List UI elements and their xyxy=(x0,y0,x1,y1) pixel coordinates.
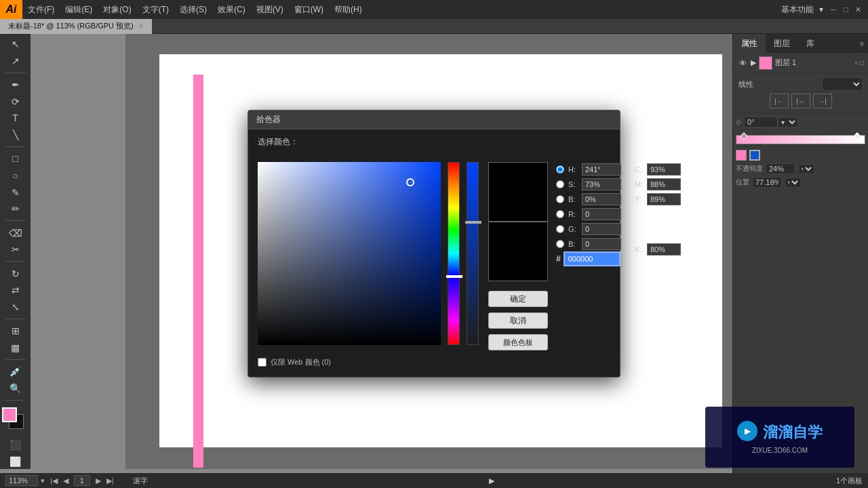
position-input[interactable] xyxy=(752,177,782,188)
g-radio[interactable] xyxy=(556,225,564,233)
rect-tool[interactable]: □ xyxy=(3,151,28,167)
selection-tool[interactable]: ↖ xyxy=(3,37,28,52)
angle-dropdown[interactable]: ▾ xyxy=(778,117,798,127)
tab-properties[interactable]: 属性 xyxy=(733,34,766,53)
warp-tool[interactable]: ⤡ xyxy=(3,299,28,314)
color-stop-swatch-1[interactable] xyxy=(736,150,747,161)
h-input[interactable] xyxy=(582,163,621,176)
menu-window[interactable]: 窗口(W) xyxy=(289,0,329,19)
minimize-button[interactable]: ─ xyxy=(829,5,838,14)
brush-tool[interactable]: ✎ xyxy=(3,184,28,200)
b2-radio[interactable] xyxy=(556,240,564,248)
menu-file[interactable]: 文件(F) xyxy=(22,0,60,19)
layer-visibility-icon[interactable]: 👁 xyxy=(737,58,748,68)
hex-label: # xyxy=(556,254,561,264)
align-center-btn[interactable]: |↔ xyxy=(791,94,810,108)
zoom-dropdown-icon[interactable]: ▾ xyxy=(41,476,45,485)
b2-input[interactable] xyxy=(582,238,621,250)
c-input[interactable] xyxy=(647,163,681,176)
r-radio[interactable] xyxy=(556,210,564,218)
menu-help[interactable]: 帮助(H) xyxy=(329,0,368,19)
direct-select-tool[interactable]: ↗ xyxy=(3,54,28,69)
gradient-strip[interactable] xyxy=(736,135,865,144)
close-button[interactable]: ✕ xyxy=(853,5,863,14)
curvature-tool[interactable]: ⟳ xyxy=(3,94,28,110)
menu-effect[interactable]: 效果(C) xyxy=(212,0,251,19)
y-row: Y: xyxy=(635,193,689,205)
layer-name[interactable]: 图层 1 xyxy=(775,58,854,68)
k-input[interactable] xyxy=(647,243,681,256)
color-stop-swatch-2[interactable] xyxy=(749,150,760,161)
m-row: M: xyxy=(635,178,689,190)
pen-tool[interactable]: ✒ xyxy=(3,77,28,93)
opacity-unit-dropdown[interactable]: ▾ xyxy=(798,164,814,174)
tab-layers[interactable]: 图层 xyxy=(766,34,798,53)
color-gradient-picker[interactable] xyxy=(258,162,441,345)
h-radio[interactable] xyxy=(556,165,564,174)
foreground-color-swatch[interactable] xyxy=(2,407,17,422)
align-left-btn[interactable]: |← xyxy=(770,94,789,108)
rotate-tool[interactable]: ↻ xyxy=(3,266,28,281)
menu-select[interactable]: 选择(S) xyxy=(174,0,212,19)
r-input[interactable] xyxy=(582,208,621,220)
menu-view[interactable]: 视图(V) xyxy=(251,0,289,19)
menu-edit[interactable]: 编辑(E) xyxy=(60,0,98,19)
zoom-input[interactable] xyxy=(5,475,38,486)
nav-next[interactable]: ▶ xyxy=(96,476,101,485)
play-icon[interactable]: ▶ xyxy=(489,476,494,485)
nav-last[interactable]: ▶| xyxy=(106,476,114,485)
pencil-tool[interactable]: ✏ xyxy=(3,201,28,217)
view-mode-tool[interactable]: ⬛ xyxy=(3,437,28,453)
nav-prev[interactable]: ◀ xyxy=(63,476,68,485)
ellipse-tool[interactable]: ○ xyxy=(3,168,28,184)
color-picker-dialog: 拾色器 选择颜色： 确定 取消 颜色色板 H: xyxy=(248,110,620,378)
cancel-button[interactable]: 取消 xyxy=(488,312,548,329)
align-right-btn[interactable]: →| xyxy=(813,94,832,108)
screen-mode-tool[interactable]: ⬜ xyxy=(3,454,28,470)
zoom-tool[interactable]: 🔍 xyxy=(3,380,28,396)
active-tab[interactable]: 未标题-18* @ 113% (RGB/GPU 预览) ✕ xyxy=(0,19,153,34)
linestyle-dropdown[interactable] xyxy=(822,77,863,91)
tab-library[interactable]: 库 xyxy=(798,34,823,53)
panel-expand-icon[interactable]: ≡ xyxy=(860,40,864,47)
eyedropper-tool[interactable]: 💉 xyxy=(3,364,28,380)
b-input[interactable] xyxy=(582,193,621,205)
menu-object[interactable]: 对象(O) xyxy=(98,0,136,19)
menu-text[interactable]: 文字(T) xyxy=(137,0,174,19)
color-palette-button[interactable]: 颜色色板 xyxy=(488,334,548,350)
scissor-tool[interactable]: ✂ xyxy=(3,242,28,258)
reflect-tool[interactable]: ⇄ xyxy=(3,283,28,298)
text-tool[interactable]: T xyxy=(3,110,28,126)
m-input[interactable] xyxy=(647,178,681,190)
maximize-button[interactable]: □ xyxy=(841,5,850,14)
s-input[interactable] xyxy=(582,178,621,190)
b2-label: B: xyxy=(568,240,578,248)
line-tool[interactable]: ╲ xyxy=(3,127,28,143)
y-input[interactable] xyxy=(647,193,681,205)
hex-input[interactable] xyxy=(565,253,619,265)
angle-input[interactable] xyxy=(744,117,778,127)
layer-visibility-toggle[interactable]: ○ xyxy=(854,59,859,66)
position-unit-dropdown[interactable]: ▾ xyxy=(785,178,801,188)
workspace-label[interactable]: 基本功能 xyxy=(781,4,814,16)
layer-expand-icon[interactable]: ▶ xyxy=(751,58,756,67)
workspace-dropdown-icon[interactable]: ▾ xyxy=(819,5,823,14)
hue-slider[interactable] xyxy=(448,162,460,345)
layer-lock-icon[interactable]: □ xyxy=(860,59,864,66)
page-input[interactable] xyxy=(74,475,90,486)
shape-builder-tool[interactable]: ⊞ xyxy=(3,323,28,339)
saturation-row: S: xyxy=(556,178,624,190)
nav-first[interactable]: |◀ xyxy=(50,476,58,485)
eraser-tool[interactable]: ⌫ xyxy=(3,225,28,241)
tab-close[interactable]: ✕ xyxy=(138,22,144,30)
b-radio[interactable] xyxy=(556,195,564,203)
g-input[interactable] xyxy=(582,223,621,235)
opacity-input[interactable] xyxy=(766,163,795,174)
web-color-checkbox[interactable] xyxy=(258,358,267,367)
confirm-button[interactable]: 确定 xyxy=(488,291,548,307)
alpha-slider[interactable] xyxy=(467,162,479,345)
s-radio[interactable] xyxy=(556,180,564,188)
chart-tool[interactable]: ▦ xyxy=(3,340,28,355)
gradient-overlay xyxy=(258,162,441,345)
y-label: Y: xyxy=(635,195,644,203)
